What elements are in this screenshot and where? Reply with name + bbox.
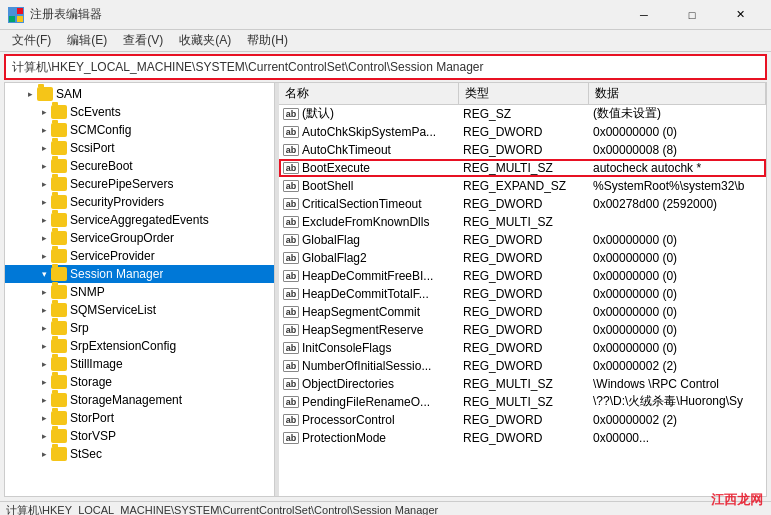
tree-item-secureboot[interactable]: ▸SecureBoot: [5, 157, 274, 175]
tree-item-storport[interactable]: ▸StorPort: [5, 409, 274, 427]
tree-item-serviceaggregatedevents[interactable]: ▸ServiceAggregatedEvents: [5, 211, 274, 229]
tree-arrow-scevents: ▸: [37, 107, 51, 117]
tree-label-sam: SAM: [56, 87, 82, 101]
tree-label-sessionmanager: Session Manager: [70, 267, 163, 281]
tree-item-securepipeservers[interactable]: ▸SecurePipeServers: [5, 175, 274, 193]
cell-name-text-protectionmode: ProtectionMode: [302, 431, 386, 445]
tree-arrow-srpextensionconfig: ▸: [37, 341, 51, 351]
tree-item-servicegrouporder[interactable]: ▸ServiceGroupOrder: [5, 229, 274, 247]
cell-data-autochktimeout: 0x00000008 (8): [589, 141, 766, 158]
title-bar: 注册表编辑器 ─ □ ✕: [0, 0, 771, 30]
menu-item-favorites[interactable]: 收藏夹(A): [171, 30, 239, 51]
reg-icon-heapdecommittotalf: ab: [283, 288, 299, 300]
table-row[interactable]: abObjectDirectoriesREG_MULTI_SZ\Windows …: [279, 375, 766, 393]
cell-name-heapsegmentreserve: abHeapSegmentReserve: [279, 321, 459, 338]
menu-item-view[interactable]: 查看(V): [115, 30, 171, 51]
maximize-button[interactable]: □: [669, 0, 715, 30]
menu-item-file[interactable]: 文件(F): [4, 30, 59, 51]
col-header-data[interactable]: 数据: [589, 83, 766, 104]
tree-label-secureboot: SecureBoot: [70, 159, 133, 173]
tree-arrow-securityproviders: ▸: [37, 197, 51, 207]
cell-data-default: (数值未设置): [589, 105, 766, 122]
tree-arrow-serviceprovider: ▸: [37, 251, 51, 261]
cell-data-autochkskipsystempa: 0x00000000 (0): [589, 123, 766, 140]
table-row[interactable]: abGlobalFlagREG_DWORD0x00000000 (0): [279, 231, 766, 249]
tree-item-sqmservicelist[interactable]: ▸SQMServiceList: [5, 301, 274, 319]
table-row[interactable]: abInitConsoleFlagsREG_DWORD0x00000000 (0…: [279, 339, 766, 357]
status-bar: 计算机\HKEY_LOCAL_MACHINE\SYSTEM\CurrentCon…: [0, 501, 771, 515]
table-row[interactable]: abHeapDeCommitTotalF...REG_DWORD0x000000…: [279, 285, 766, 303]
table-row[interactable]: abAutoChkTimeoutREG_DWORD0x00000008 (8): [279, 141, 766, 159]
table-row[interactable]: abHeapSegmentReserveREG_DWORD0x00000000 …: [279, 321, 766, 339]
window-controls: ─ □ ✕: [621, 0, 763, 30]
table-row[interactable]: ab(默认)REG_SZ(数值未设置): [279, 105, 766, 123]
cell-name-text-criticalsectiontimeout: CriticalSectionTimeout: [302, 197, 422, 211]
tree-item-securityproviders[interactable]: ▸SecurityProviders: [5, 193, 274, 211]
cell-type-bootshell: REG_EXPAND_SZ: [459, 177, 589, 194]
cell-name-text-autochktimeout: AutoChkTimeout: [302, 143, 391, 157]
cell-data-heapdecommitfreebl: 0x00000000 (0): [589, 267, 766, 284]
tree-item-snmp[interactable]: ▸SNMP: [5, 283, 274, 301]
cell-type-heapdecommittotalf: REG_DWORD: [459, 285, 589, 302]
table-row[interactable]: abCriticalSectionTimeoutREG_DWORD0x00278…: [279, 195, 766, 213]
tree-item-srp[interactable]: ▸Srp: [5, 319, 274, 337]
tree-arrow-secureboot: ▸: [37, 161, 51, 171]
cell-name-autochktimeout: abAutoChkTimeout: [279, 141, 459, 158]
reg-icon-heapsegmentcommit: ab: [283, 306, 299, 318]
tree-item-stsec[interactable]: ▸StSec: [5, 445, 274, 463]
cell-name-heapdecommitfreebl: abHeapDeCommitFreeBI...: [279, 267, 459, 284]
folder-icon-stillimage: [51, 357, 67, 371]
tree-item-stillimage[interactable]: ▸StillImage: [5, 355, 274, 373]
folder-icon-sessionmanager: [51, 267, 67, 281]
tree-item-sam[interactable]: ▸SAM: [5, 85, 274, 103]
table-row[interactable]: abHeapSegmentCommitREG_DWORD0x00000000 (…: [279, 303, 766, 321]
tree-item-storvsp[interactable]: ▸StorVSP: [5, 427, 274, 445]
cell-type-heapsegmentcommit: REG_DWORD: [459, 303, 589, 320]
cell-data-initconsoleflags: 0x00000000 (0): [589, 339, 766, 356]
tree-item-scsiport[interactable]: ▸ScsiPort: [5, 139, 274, 157]
tree-item-storagemanagement[interactable]: ▸StorageManagement: [5, 391, 274, 409]
cell-data-numberofinitsessio: 0x00000002 (2): [589, 357, 766, 374]
cell-name-text-bootshell: BootShell: [302, 179, 353, 193]
table-row[interactable]: abBootShellREG_EXPAND_SZ%SystemRoot%\sys…: [279, 177, 766, 195]
cell-name-text-heapsegmentreserve: HeapSegmentReserve: [302, 323, 423, 337]
folder-icon-serviceprovider: [51, 249, 67, 263]
minimize-button[interactable]: ─: [621, 0, 667, 30]
cell-type-globalflag: REG_DWORD: [459, 231, 589, 248]
cell-name-objectdirectories: abObjectDirectories: [279, 375, 459, 392]
tree-item-scevents[interactable]: ▸ScEvents: [5, 103, 274, 121]
cell-type-heapdecommitfreebl: REG_DWORD: [459, 267, 589, 284]
table-row[interactable]: abProcessorControlREG_DWORD0x00000002 (2…: [279, 411, 766, 429]
tree-label-storport: StorPort: [70, 411, 114, 425]
cell-type-default: REG_SZ: [459, 105, 589, 122]
cell-data-objectdirectories: \Windows \RPC Control: [589, 375, 766, 392]
menu-item-help[interactable]: 帮助(H): [239, 30, 296, 51]
reg-icon-pendingfilerenameop: ab: [283, 396, 299, 408]
reg-icon-processorcontrol: ab: [283, 414, 299, 426]
folder-icon-secureboot: [51, 159, 67, 173]
tree-item-scmconfig[interactable]: ▸SCMConfig: [5, 121, 274, 139]
cell-name-text-heapdecommitfreebl: HeapDeCommitFreeBI...: [302, 269, 433, 283]
cell-type-pendingfilerenameop: REG_MULTI_SZ: [459, 393, 589, 410]
tree-item-srpextensionconfig[interactable]: ▸SrpExtensionConfig: [5, 337, 274, 355]
table-row[interactable]: abNumberOfInitialSessio...REG_DWORD0x000…: [279, 357, 766, 375]
cell-name-numberofinitsessio: abNumberOfInitialSessio...: [279, 357, 459, 374]
tree-label-storage: Storage: [70, 375, 112, 389]
table-row[interactable]: abPendingFileRenameO...REG_MULTI_SZ\??\D…: [279, 393, 766, 411]
tree-item-serviceprovider[interactable]: ▸ServiceProvider: [5, 247, 274, 265]
table-row[interactable]: abHeapDeCommitFreeBI...REG_DWORD0x000000…: [279, 267, 766, 285]
cell-name-criticalsectiontimeout: abCriticalSectionTimeout: [279, 195, 459, 212]
menu-item-edit[interactable]: 编辑(E): [59, 30, 115, 51]
table-row[interactable]: abGlobalFlag2REG_DWORD0x00000000 (0): [279, 249, 766, 267]
table-row[interactable]: abProtectionModeREG_DWORD0x00000...: [279, 429, 766, 447]
table-row[interactable]: abAutoChkSkipSystemPa...REG_DWORD0x00000…: [279, 123, 766, 141]
tree-item-sessionmanager[interactable]: ▾Session Manager: [5, 265, 274, 283]
close-button[interactable]: ✕: [717, 0, 763, 30]
col-header-name[interactable]: 名称: [279, 83, 459, 104]
col-header-type[interactable]: 类型: [459, 83, 589, 104]
table-row[interactable]: abBootExecuteREG_MULTI_SZautocheck autoc…: [279, 159, 766, 177]
tree-label-snmp: SNMP: [70, 285, 105, 299]
tree-arrow-storvsp: ▸: [37, 431, 51, 441]
table-row[interactable]: abExcludeFromKnownDllsREG_MULTI_SZ: [279, 213, 766, 231]
tree-item-storage[interactable]: ▸Storage: [5, 373, 274, 391]
